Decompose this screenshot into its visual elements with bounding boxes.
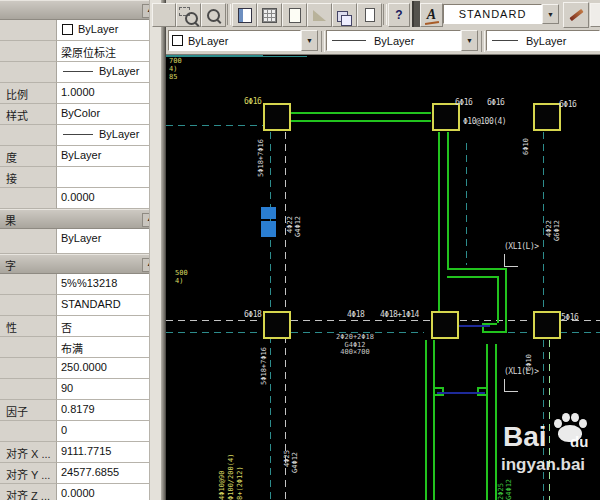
- prop-row-annotative: 性 否: [0, 316, 161, 337]
- column-square: [533, 311, 561, 339]
- grid-dash-line: [291, 320, 430, 321]
- prop-value[interactable]: ByLayer: [57, 229, 161, 254]
- prop-label: 对齐 Y ...: [0, 463, 57, 484]
- dimension-style-button[interactable]: [563, 2, 589, 28]
- prop-row-color: ByLayer: [0, 20, 161, 41]
- prop-value[interactable]: [57, 167, 161, 188]
- selected-text-highlight[interactable]: [261, 207, 276, 219]
- rebar-text-vertical: 4Φ22: [286, 203, 294, 233]
- zoom-previous-button[interactable]: [201, 3, 226, 27]
- lineweight-sample-icon: [63, 134, 93, 135]
- lineweight-sample-icon: [492, 40, 518, 41]
- layer-grid-icon: [262, 8, 277, 23]
- color-control-field: ByLayer: [168, 30, 301, 51]
- rebar-text-vertical: G6Φ12: [553, 207, 561, 241]
- section-header-3d: 果 ▲: [0, 209, 161, 229]
- selected-text-highlight[interactable]: [261, 221, 276, 237]
- zoom-window-button[interactable]: [176, 3, 201, 27]
- color-swatch-icon: [172, 35, 183, 46]
- toolbar-separator: [383, 4, 387, 25]
- properties-palette: ▲ ByLayer 梁原位标注 ByLayer 比例 1.0000 样式 ByC…: [0, 0, 161, 500]
- prop-row-justify: 布满: [0, 337, 161, 358]
- prop-value[interactable]: 0.0000: [57, 484, 161, 500]
- prop-value-linetype[interactable]: ByLayer: [57, 62, 161, 83]
- prop-value[interactable]: 梁原位标注: [57, 41, 161, 62]
- autocad-window: ▲ ByLayer 梁原位标注 ByLayer 比例 1.0000 样式 ByC…: [0, 0, 600, 500]
- color-control-value: ByLayer: [188, 35, 228, 47]
- linetype-sample-icon: [63, 71, 93, 72]
- dimension-text: 700 4) 85: [169, 57, 182, 81]
- tool-palettes-button[interactable]: [332, 3, 357, 27]
- prop-value[interactable]: 9111.7715: [57, 442, 161, 463]
- column-square: [432, 103, 460, 131]
- pen-icon: [569, 9, 583, 21]
- help-button[interactable]: ?: [388, 3, 410, 27]
- sheet-set-button[interactable]: [307, 3, 332, 27]
- rebar-text: 4Φ18: [347, 310, 364, 319]
- design-center-button[interactable]: [282, 3, 307, 27]
- text-style-button[interactable]: A: [420, 3, 443, 27]
- rebar-text: 5Φ16: [561, 313, 578, 322]
- prop-row-layer: 梁原位标注: [0, 41, 161, 62]
- linetype-control-combo[interactable]: ByLayer ▼: [326, 30, 478, 51]
- prop-value[interactable]: 24577.6855: [57, 463, 161, 484]
- clipped-button[interactable]: [152, 3, 176, 27]
- prop-label: 度: [0, 146, 57, 167]
- prop-value[interactable]: 0.0000: [57, 188, 161, 209]
- magnifier-icon: [207, 9, 220, 22]
- prop-value[interactable]: 否: [57, 316, 161, 337]
- chevron-down-icon[interactable]: ▼: [301, 30, 318, 51]
- help-icon: ?: [395, 8, 402, 22]
- prop-value[interactable]: 1.0000: [57, 83, 161, 104]
- lineweight-control-combo[interactable]: ByLayer: [486, 30, 600, 51]
- grid-dash-line: [508, 332, 532, 333]
- prop-row-height: 250.0000: [0, 358, 161, 379]
- prop-row-align-x: 对齐 X ... 9111.7715: [0, 442, 161, 463]
- palette-scroll-strip[interactable]: [149, 0, 161, 500]
- prop-row-transparency: 度 ByLayer: [0, 146, 161, 167]
- prop-label: [0, 274, 57, 295]
- color-control-combo[interactable]: ByLayer ▼: [168, 30, 318, 51]
- prop-value-color[interactable]: ByLayer: [57, 20, 161, 41]
- prop-label: 接: [0, 167, 57, 188]
- prop-value[interactable]: ByLayer: [57, 146, 161, 167]
- prop-value[interactable]: 0.8179: [57, 400, 161, 421]
- rebar-text-vertical: 5Φ18+7Φ16: [260, 339, 268, 385]
- prop-label: [0, 125, 57, 146]
- color-swatch: [62, 24, 73, 35]
- drawing-canvas[interactable]: 700 4) 85 6Φ16 6Φ16 6Φ16 6Φ16 Φ10@100(4)…: [166, 55, 600, 500]
- prop-value[interactable]: 250.0000: [57, 358, 161, 379]
- column-square: [263, 103, 291, 131]
- text-style-icon: A: [427, 7, 436, 23]
- prop-value[interactable]: ByColor: [57, 104, 161, 125]
- chevron-down-icon[interactable]: ▼: [461, 30, 478, 51]
- prop-value[interactable]: 布满: [57, 337, 161, 358]
- linetype-control-field: ByLayer: [326, 30, 461, 51]
- prop-value[interactable]: 90: [57, 379, 161, 400]
- beam-spec-vertical: 8+(2Φ12): [236, 415, 244, 500]
- beam-line: [497, 276, 499, 323]
- prop-row-ltscale: 比例 1.0000: [0, 83, 161, 104]
- prop-row-lineweight: ByLayer: [0, 125, 161, 146]
- grid-dash-line: [466, 143, 467, 265]
- chevron-down-icon[interactable]: ▼: [542, 4, 559, 24]
- layer-properties-button[interactable]: [257, 3, 282, 27]
- grid-dash-line: [549, 340, 550, 500]
- prop-label: [0, 62, 57, 83]
- grid-line: [166, 56, 307, 57]
- prop-value-text: ByLayer: [78, 23, 118, 35]
- prop-row-oblique: 0: [0, 421, 161, 442]
- quickcalc-button[interactable]: [357, 3, 382, 27]
- prop-label: 样式: [0, 104, 57, 125]
- beam-line: [482, 331, 507, 333]
- prop-value[interactable]: 5%%13218: [57, 274, 161, 295]
- prop-value[interactable]: STANDARD: [57, 295, 161, 316]
- properties-palette-button[interactable]: [232, 3, 257, 27]
- prop-label: [0, 337, 57, 358]
- prop-value-lineweight[interactable]: ByLayer: [57, 125, 161, 146]
- clipped-button[interactable]: [590, 3, 600, 27]
- toolbar-area: ? A STANDARD ▼ ByLayer ▼ ByLayer ▼: [166, 0, 600, 55]
- text-style-combo[interactable]: STANDARD ▼: [443, 4, 559, 24]
- toolbar-grip[interactable]: [412, 1, 420, 27]
- prop-value[interactable]: 0: [57, 421, 161, 442]
